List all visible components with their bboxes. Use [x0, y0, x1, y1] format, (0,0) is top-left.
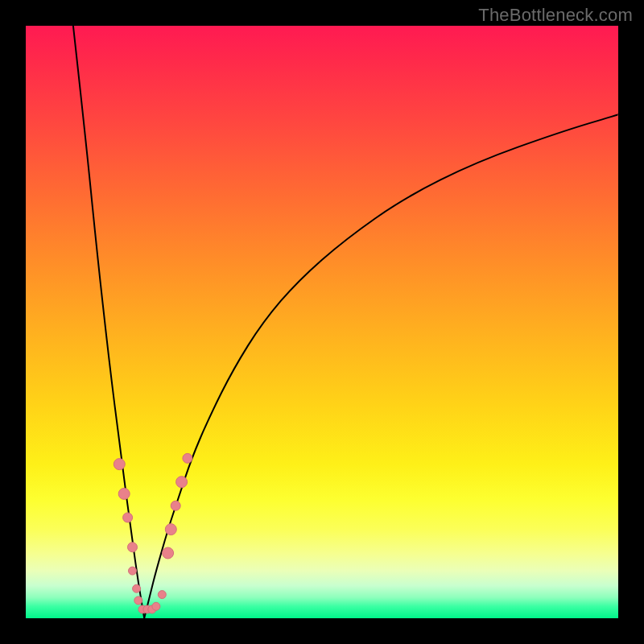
valley-marker — [114, 459, 125, 470]
valley-marker — [118, 488, 130, 499]
chart-svg — [26, 26, 618, 618]
curve-right-branch — [144, 114, 618, 618]
valley-marker — [123, 513, 133, 522]
valley-marker — [165, 524, 176, 535]
plot-area — [26, 26, 618, 618]
valley-marker — [128, 543, 138, 552]
valley-marker — [134, 597, 142, 605]
valley-marker — [163, 547, 174, 559]
valley-marker — [133, 584, 141, 592]
valley-markers — [114, 453, 192, 613]
watermark-text: TheBottleneck.com — [478, 5, 633, 26]
valley-marker — [129, 567, 137, 575]
valley-marker — [158, 591, 166, 599]
valley-marker — [171, 501, 180, 510]
valley-marker — [183, 453, 192, 463]
curve-left-branch — [73, 26, 144, 618]
valley-marker — [152, 602, 160, 610]
valley-marker — [176, 477, 188, 488]
chart-frame: TheBottleneck.com — [0, 0, 644, 644]
